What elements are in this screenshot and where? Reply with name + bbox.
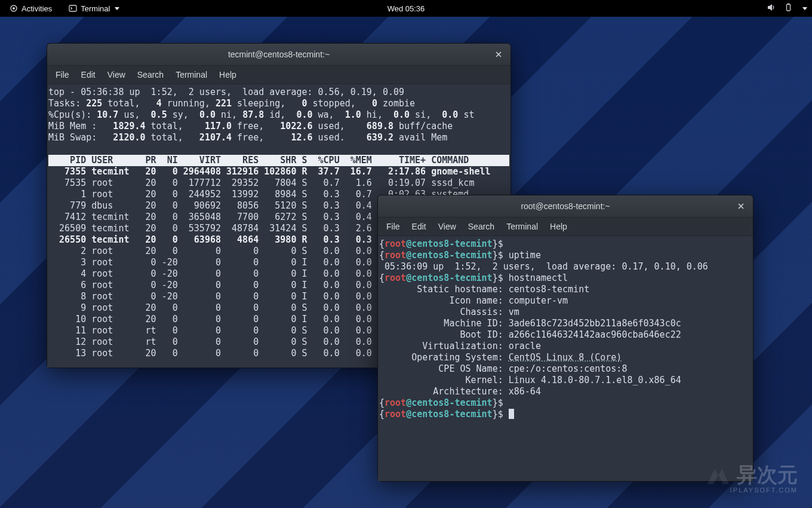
menu-terminal[interactable]: Terminal: [500, 219, 544, 234]
chevron-down-icon[interactable]: [802, 7, 807, 10]
activities-icon: [10, 4, 18, 13]
menu-file[interactable]: File: [380, 219, 406, 234]
activities-button[interactable]: Activities: [5, 3, 57, 14]
app-menu-button[interactable]: Terminal: [64, 3, 124, 14]
gnome-top-bar: Activities Terminal Wed 05:36: [0, 0, 812, 17]
terminal-icon: [69, 4, 77, 13]
window-title: root@centos8-tecmint:~: [521, 201, 610, 211]
svg-rect-4: [788, 4, 789, 5]
menu-file[interactable]: File: [50, 68, 75, 82]
close-button[interactable]: [735, 200, 747, 212]
svg-rect-3: [787, 4, 791, 11]
title-bar[interactable]: tecmint@centos8-tecmint:~: [47, 44, 510, 66]
title-bar[interactable]: root@centos8-tecmint:~: [378, 195, 753, 218]
app-menu-label: Terminal: [81, 4, 110, 13]
svg-rect-2: [69, 5, 76, 11]
watermark-logo: 异次元 IPLAYSOFT.COM: [705, 464, 798, 494]
menu-edit[interactable]: Edit: [406, 219, 432, 234]
close-icon: [737, 203, 745, 210]
menu-search[interactable]: Search: [131, 68, 170, 82]
clock[interactable]: Wed 05:36: [387, 4, 425, 13]
menu-bar: FileEditViewSearchTerminalHelp: [378, 218, 753, 236]
menu-bar: FileEditViewSearchTerminalHelp: [47, 66, 510, 84]
svg-point-1: [13, 7, 15, 10]
terminal-output[interactable]: {root@centos8-tecmint}$ {root@centos8-te…: [378, 236, 753, 481]
menu-terminal[interactable]: Terminal: [170, 68, 213, 82]
menu-view[interactable]: View: [432, 219, 462, 234]
power-icon[interactable]: [784, 3, 793, 14]
close-icon: [495, 51, 502, 58]
terminal-window-root[interactable]: root@centos8-tecmint:~ FileEditViewSearc…: [377, 195, 753, 482]
menu-edit[interactable]: Edit: [75, 68, 102, 82]
chevron-down-icon: [115, 7, 119, 10]
close-button[interactable]: [493, 48, 505, 60]
menu-search[interactable]: Search: [462, 219, 500, 234]
system-status-area[interactable]: [767, 3, 807, 14]
menu-help[interactable]: Help: [544, 219, 573, 234]
volume-icon[interactable]: [767, 3, 776, 14]
menu-view[interactable]: View: [102, 68, 131, 82]
activities-label: Activities: [21, 4, 52, 13]
menu-help[interactable]: Help: [213, 68, 242, 82]
window-title: tecmint@centos8-tecmint:~: [228, 50, 330, 59]
